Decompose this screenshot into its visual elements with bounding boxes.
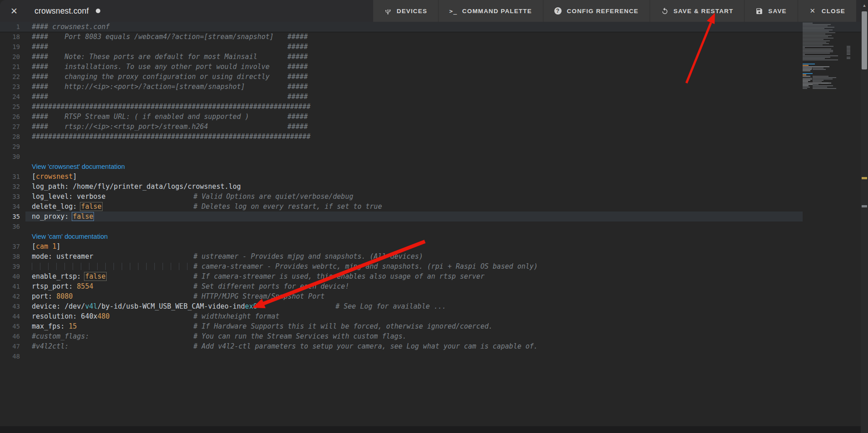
code-line: 46#custom_flags:# You can run the Stream… bbox=[0, 331, 868, 341]
code-text: resolution: 640x480 bbox=[32, 311, 110, 321]
line-number: 36 bbox=[0, 221, 20, 231]
line-number: 38 bbox=[0, 251, 20, 261]
close-x-icon: ✕ bbox=[809, 7, 817, 15]
save-button-label: SAVE bbox=[768, 8, 786, 15]
line-number: 46 bbox=[0, 331, 20, 341]
save-restart-button[interactable]: SAVE & RESTART bbox=[650, 0, 745, 22]
code-text: #### bbox=[32, 92, 48, 102]
code-line: 21#### installations. To use any other p… bbox=[0, 62, 868, 72]
code-text: device: /dev/v4l/by-id/usb-WCM_USB_WEB_C… bbox=[32, 301, 257, 311]
window-bottom-edge bbox=[0, 426, 868, 433]
inline-comment: # If Hardware Supports this it will be f… bbox=[193, 321, 493, 331]
code-line: 41rtsp_port: 8554# Set different ports f… bbox=[0, 281, 868, 291]
code-line: 23#### http://<ip>:<port>/?action=[strea… bbox=[0, 82, 868, 92]
code-text: #### Port 8083 equals /webcam4/?action=[… bbox=[32, 32, 274, 42]
vertical-scrollbar[interactable]: ▲ bbox=[861, 0, 868, 433]
line-number: 32 bbox=[0, 182, 20, 192]
code-text: mode: ustreamer bbox=[32, 251, 93, 261]
code-line: 48 bbox=[0, 351, 868, 361]
save-button[interactable]: SAVE bbox=[744, 0, 797, 22]
code-line: 1#### crowsnest.conf bbox=[0, 22, 868, 32]
code-text: #custom_flags: bbox=[32, 331, 89, 341]
doc-link[interactable]: View 'crowsnest' documentation bbox=[32, 162, 125, 172]
code-line: 40enable_rtsp: false# If camera-streamer… bbox=[0, 271, 868, 281]
line-number: 30 bbox=[0, 152, 20, 162]
config-reference-button[interactable]: ? CONFIG REFERENCE bbox=[543, 0, 650, 22]
mainsail-config-editor: { "window": { "title": "crowsnest.conf",… bbox=[0, 0, 868, 433]
line-number: 34 bbox=[0, 202, 20, 212]
code-line: 30 bbox=[0, 152, 868, 162]
code-line: 42port: 8080# HTTP/MJPG Stream/Snapshot … bbox=[0, 291, 868, 301]
code-editor[interactable]: 1#### crowsnest.conf18#### Port 8083 equ… bbox=[0, 22, 868, 361]
inline-comment: # If camera-streamer is used, this enabl… bbox=[193, 271, 484, 281]
inline-comment: # Deletes log on every restart, if set t… bbox=[193, 202, 382, 212]
line-number: 47 bbox=[0, 341, 20, 351]
line-number: 42 bbox=[0, 291, 20, 301]
close-file-icon[interactable]: ✕ bbox=[7, 4, 21, 18]
code-line: 20#### Note: These ports are default for… bbox=[0, 52, 868, 62]
code-text: ########################################… bbox=[32, 132, 311, 142]
line-number: 27 bbox=[0, 122, 20, 132]
line-number: 31 bbox=[0, 172, 20, 182]
code-line: 33log_level: verbose# Valid Options are … bbox=[0, 192, 868, 202]
inline-comment: # You can run the Stream Services with c… bbox=[193, 331, 407, 341]
line-number: 18 bbox=[0, 32, 20, 42]
line-number: 43 bbox=[0, 301, 20, 311]
code-text: #### installations. To use any other por… bbox=[32, 62, 270, 72]
line-number: 44 bbox=[0, 311, 20, 321]
line-number: 20 bbox=[0, 52, 20, 62]
line-number: 48 bbox=[0, 351, 20, 361]
code-line: 39# camera-streamer - Provides webrtc, m… bbox=[0, 261, 868, 271]
code-line: 37[cam 1] bbox=[0, 241, 868, 251]
code-text: ########################################… bbox=[32, 102, 311, 112]
line-number: 19 bbox=[0, 42, 20, 52]
code-text: #### changing the proxy configuration or… bbox=[32, 72, 270, 82]
close-button[interactable]: ✕ CLOSE bbox=[798, 0, 856, 22]
code-line: 24######### bbox=[0, 92, 868, 102]
code-line: 36 bbox=[0, 221, 868, 231]
restart-icon bbox=[661, 7, 669, 15]
code-text: [crowsnest] bbox=[32, 172, 77, 182]
devices-button[interactable]: DEVICES bbox=[373, 0, 438, 22]
line-number: 24 bbox=[0, 92, 20, 102]
code-line: 34delete_log: false# Deletes log on ever… bbox=[0, 202, 868, 212]
floppy-save-icon bbox=[755, 7, 763, 15]
inline-comment: # camera-streamer - Provides webrtc, mjp… bbox=[193, 261, 538, 271]
code-text: #### Note: These ports are default for m… bbox=[32, 52, 257, 62]
code-text: #### rtsp://<ip>:<rtsp_port>/stream.h264 bbox=[32, 122, 208, 132]
close-button-label: CLOSE bbox=[822, 8, 845, 15]
code-text: log_level: verbose bbox=[32, 192, 106, 202]
command-palette-button[interactable]: >_ COMMAND PALETTE bbox=[438, 0, 543, 22]
code-text: log_path: /home/fly/printer_data/logs/cr… bbox=[32, 182, 241, 192]
comment-box-edge: ##### bbox=[287, 72, 308, 82]
doc-link[interactable]: View 'cam' documentation bbox=[32, 231, 108, 241]
scrollbar-up-arrow-icon[interactable]: ▲ bbox=[861, 3, 868, 8]
line-number: 25 bbox=[0, 102, 20, 112]
inline-comment: # HTTP/MJPG Stream/Snapshot Port bbox=[193, 291, 325, 301]
scrollbar-thumb[interactable] bbox=[862, 11, 867, 69]
code-line: 28######################################… bbox=[0, 132, 868, 142]
comment-box-edge: ##### bbox=[287, 112, 308, 122]
code-text: #### http://<ip>:<port>/?action=[stream/… bbox=[32, 82, 245, 92]
line-number: 1 bbox=[0, 22, 20, 32]
comment-box-edge: ##### bbox=[287, 32, 308, 42]
minimap[interactable] bbox=[801, 23, 852, 91]
comment-box-edge: ##### bbox=[287, 62, 308, 72]
code-text: [cam 1] bbox=[32, 241, 60, 251]
line-number: 23 bbox=[0, 82, 20, 92]
inline-comment: # Add v4l2-ctl parameters to setup your … bbox=[193, 341, 538, 351]
code-text: #### crowsnest.conf bbox=[32, 22, 110, 32]
inline-comment: # Valid Options are quiet/verbose/debug bbox=[193, 192, 353, 202]
line-number: 28 bbox=[0, 132, 20, 142]
line-number: 33 bbox=[0, 192, 20, 202]
line-number: 45 bbox=[0, 321, 20, 331]
code-line: 22#### changing the proxy configuration … bbox=[0, 72, 868, 82]
comment-box-edge: ##### bbox=[287, 122, 308, 132]
save-restart-button-label: SAVE & RESTART bbox=[674, 8, 734, 15]
code-line: 35no_proxy: false bbox=[0, 212, 868, 221]
help-circle-icon: ? bbox=[554, 7, 562, 15]
code-line: 31[crowsnest] bbox=[0, 172, 868, 182]
line-number: 40 bbox=[0, 271, 20, 281]
code-line: 47#v4l2ctl:# Add v4l2-ctl parameters to … bbox=[0, 341, 868, 351]
code-line: 18#### Port 8083 equals /webcam4/?action… bbox=[0, 32, 868, 42]
